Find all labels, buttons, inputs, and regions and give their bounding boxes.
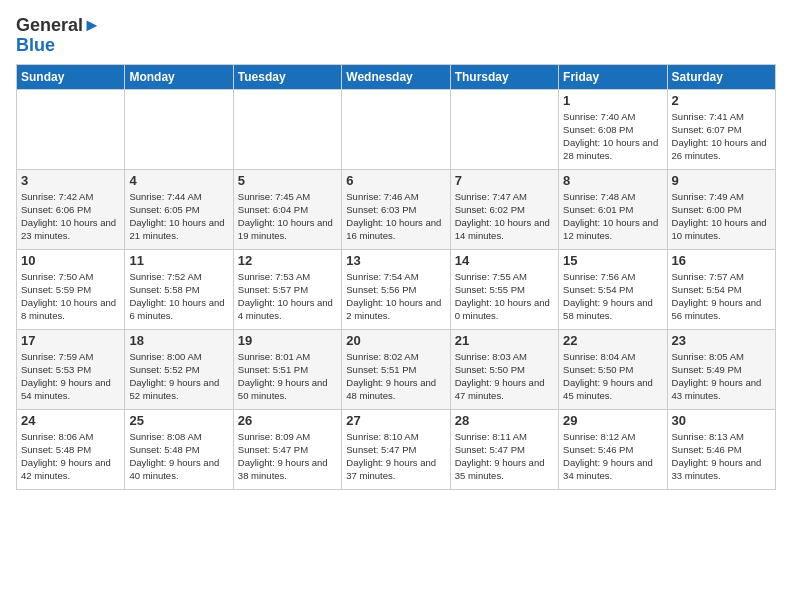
day-number: 4 — [129, 173, 228, 188]
day-info: Sunrise: 7:52 AM Sunset: 5:58 PM Dayligh… — [129, 270, 228, 323]
day-number: 13 — [346, 253, 445, 268]
calendar-cell: 17Sunrise: 7:59 AM Sunset: 5:53 PM Dayli… — [17, 329, 125, 409]
day-info: Sunrise: 7:59 AM Sunset: 5:53 PM Dayligh… — [21, 350, 120, 403]
logo-svg-container: General► Blue — [16, 16, 101, 56]
calendar-cell: 26Sunrise: 8:09 AM Sunset: 5:47 PM Dayli… — [233, 409, 341, 489]
day-number: 16 — [672, 253, 771, 268]
calendar-cell: 30Sunrise: 8:13 AM Sunset: 5:46 PM Dayli… — [667, 409, 775, 489]
calendar-cell: 29Sunrise: 8:12 AM Sunset: 5:46 PM Dayli… — [559, 409, 667, 489]
day-number: 3 — [21, 173, 120, 188]
day-number: 24 — [21, 413, 120, 428]
day-number: 6 — [346, 173, 445, 188]
calendar-cell: 22Sunrise: 8:04 AM Sunset: 5:50 PM Dayli… — [559, 329, 667, 409]
day-info: Sunrise: 8:13 AM Sunset: 5:46 PM Dayligh… — [672, 430, 771, 483]
calendar-cell: 23Sunrise: 8:05 AM Sunset: 5:49 PM Dayli… — [667, 329, 775, 409]
day-info: Sunrise: 7:45 AM Sunset: 6:04 PM Dayligh… — [238, 190, 337, 243]
day-info: Sunrise: 8:01 AM Sunset: 5:51 PM Dayligh… — [238, 350, 337, 403]
calendar-cell: 6Sunrise: 7:46 AM Sunset: 6:03 PM Daylig… — [342, 169, 450, 249]
calendar-cell: 27Sunrise: 8:10 AM Sunset: 5:47 PM Dayli… — [342, 409, 450, 489]
day-number: 17 — [21, 333, 120, 348]
calendar-cell: 12Sunrise: 7:53 AM Sunset: 5:57 PM Dayli… — [233, 249, 341, 329]
day-number: 23 — [672, 333, 771, 348]
calendar-cell: 2Sunrise: 7:41 AM Sunset: 6:07 PM Daylig… — [667, 89, 775, 169]
day-number: 22 — [563, 333, 662, 348]
week-row-3: 10Sunrise: 7:50 AM Sunset: 5:59 PM Dayli… — [17, 249, 776, 329]
day-info: Sunrise: 7:40 AM Sunset: 6:08 PM Dayligh… — [563, 110, 662, 163]
calendar-cell: 24Sunrise: 8:06 AM Sunset: 5:48 PM Dayli… — [17, 409, 125, 489]
calendar-body: 1Sunrise: 7:40 AM Sunset: 6:08 PM Daylig… — [17, 89, 776, 489]
day-info: Sunrise: 7:41 AM Sunset: 6:07 PM Dayligh… — [672, 110, 771, 163]
day-number: 7 — [455, 173, 554, 188]
calendar-cell: 19Sunrise: 8:01 AM Sunset: 5:51 PM Dayli… — [233, 329, 341, 409]
week-row-5: 24Sunrise: 8:06 AM Sunset: 5:48 PM Dayli… — [17, 409, 776, 489]
day-number: 9 — [672, 173, 771, 188]
calendar-cell: 5Sunrise: 7:45 AM Sunset: 6:04 PM Daylig… — [233, 169, 341, 249]
calendar-cell: 1Sunrise: 7:40 AM Sunset: 6:08 PM Daylig… — [559, 89, 667, 169]
day-number: 26 — [238, 413, 337, 428]
day-number: 8 — [563, 173, 662, 188]
calendar-cell: 28Sunrise: 8:11 AM Sunset: 5:47 PM Dayli… — [450, 409, 558, 489]
day-info: Sunrise: 8:08 AM Sunset: 5:48 PM Dayligh… — [129, 430, 228, 483]
day-info: Sunrise: 8:11 AM Sunset: 5:47 PM Dayligh… — [455, 430, 554, 483]
calendar-cell: 8Sunrise: 7:48 AM Sunset: 6:01 PM Daylig… — [559, 169, 667, 249]
header-saturday: Saturday — [667, 64, 775, 89]
header-thursday: Thursday — [450, 64, 558, 89]
header: General► Blue — [16, 16, 776, 56]
calendar-cell — [17, 89, 125, 169]
calendar-cell: 16Sunrise: 7:57 AM Sunset: 5:54 PM Dayli… — [667, 249, 775, 329]
calendar-table: SundayMondayTuesdayWednesdayThursdayFrid… — [16, 64, 776, 490]
day-info: Sunrise: 7:48 AM Sunset: 6:01 PM Dayligh… — [563, 190, 662, 243]
day-info: Sunrise: 8:06 AM Sunset: 5:48 PM Dayligh… — [21, 430, 120, 483]
week-row-2: 3Sunrise: 7:42 AM Sunset: 6:06 PM Daylig… — [17, 169, 776, 249]
day-number: 5 — [238, 173, 337, 188]
day-number: 15 — [563, 253, 662, 268]
day-number: 11 — [129, 253, 228, 268]
calendar-cell: 18Sunrise: 8:00 AM Sunset: 5:52 PM Dayli… — [125, 329, 233, 409]
logo-general-text: General► — [16, 16, 101, 36]
calendar-header: SundayMondayTuesdayWednesdayThursdayFrid… — [17, 64, 776, 89]
calendar-cell: 7Sunrise: 7:47 AM Sunset: 6:02 PM Daylig… — [450, 169, 558, 249]
calendar-cell: 21Sunrise: 8:03 AM Sunset: 5:50 PM Dayli… — [450, 329, 558, 409]
day-info: Sunrise: 8:05 AM Sunset: 5:49 PM Dayligh… — [672, 350, 771, 403]
header-wednesday: Wednesday — [342, 64, 450, 89]
header-row: SundayMondayTuesdayWednesdayThursdayFrid… — [17, 64, 776, 89]
week-row-1: 1Sunrise: 7:40 AM Sunset: 6:08 PM Daylig… — [17, 89, 776, 169]
day-number: 20 — [346, 333, 445, 348]
day-info: Sunrise: 8:10 AM Sunset: 5:47 PM Dayligh… — [346, 430, 445, 483]
day-number: 2 — [672, 93, 771, 108]
day-info: Sunrise: 7:47 AM Sunset: 6:02 PM Dayligh… — [455, 190, 554, 243]
day-info: Sunrise: 7:44 AM Sunset: 6:05 PM Dayligh… — [129, 190, 228, 243]
calendar-cell: 25Sunrise: 8:08 AM Sunset: 5:48 PM Dayli… — [125, 409, 233, 489]
logo-blue-text: Blue — [16, 36, 55, 56]
day-info: Sunrise: 8:02 AM Sunset: 5:51 PM Dayligh… — [346, 350, 445, 403]
calendar-cell — [233, 89, 341, 169]
day-info: Sunrise: 8:00 AM Sunset: 5:52 PM Dayligh… — [129, 350, 228, 403]
week-row-4: 17Sunrise: 7:59 AM Sunset: 5:53 PM Dayli… — [17, 329, 776, 409]
header-monday: Monday — [125, 64, 233, 89]
calendar-cell — [125, 89, 233, 169]
day-number: 12 — [238, 253, 337, 268]
day-number: 18 — [129, 333, 228, 348]
day-info: Sunrise: 8:04 AM Sunset: 5:50 PM Dayligh… — [563, 350, 662, 403]
calendar-cell — [450, 89, 558, 169]
day-info: Sunrise: 7:55 AM Sunset: 5:55 PM Dayligh… — [455, 270, 554, 323]
calendar-cell: 10Sunrise: 7:50 AM Sunset: 5:59 PM Dayli… — [17, 249, 125, 329]
calendar-cell: 20Sunrise: 8:02 AM Sunset: 5:51 PM Dayli… — [342, 329, 450, 409]
day-info: Sunrise: 8:03 AM Sunset: 5:50 PM Dayligh… — [455, 350, 554, 403]
day-number: 14 — [455, 253, 554, 268]
day-number: 19 — [238, 333, 337, 348]
day-info: Sunrise: 7:57 AM Sunset: 5:54 PM Dayligh… — [672, 270, 771, 323]
calendar-cell: 13Sunrise: 7:54 AM Sunset: 5:56 PM Dayli… — [342, 249, 450, 329]
calendar-cell: 3Sunrise: 7:42 AM Sunset: 6:06 PM Daylig… — [17, 169, 125, 249]
day-info: Sunrise: 7:49 AM Sunset: 6:00 PM Dayligh… — [672, 190, 771, 243]
logo: General► Blue — [16, 16, 101, 56]
day-number: 10 — [21, 253, 120, 268]
calendar-cell: 11Sunrise: 7:52 AM Sunset: 5:58 PM Dayli… — [125, 249, 233, 329]
calendar-cell: 9Sunrise: 7:49 AM Sunset: 6:00 PM Daylig… — [667, 169, 775, 249]
day-number: 29 — [563, 413, 662, 428]
day-info: Sunrise: 7:56 AM Sunset: 5:54 PM Dayligh… — [563, 270, 662, 323]
day-info: Sunrise: 7:54 AM Sunset: 5:56 PM Dayligh… — [346, 270, 445, 323]
day-info: Sunrise: 7:50 AM Sunset: 5:59 PM Dayligh… — [21, 270, 120, 323]
calendar-cell — [342, 89, 450, 169]
day-info: Sunrise: 7:46 AM Sunset: 6:03 PM Dayligh… — [346, 190, 445, 243]
